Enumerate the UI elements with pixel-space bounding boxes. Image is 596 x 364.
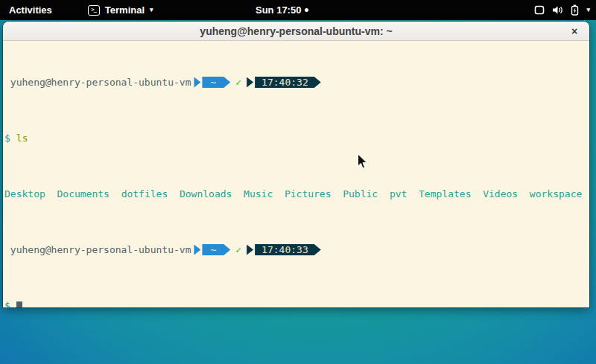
- close-button[interactable]: ×: [568, 25, 581, 38]
- time-segment: 17:40:32: [255, 77, 321, 88]
- prompt-symbol: $: [4, 132, 10, 144]
- top-bar: Activities >_ Terminal ▾ Sun 17:50: [0, 0, 596, 20]
- screen-icon: [534, 5, 545, 15]
- directory-name: Downloads: [180, 188, 232, 199]
- chevron-down-icon: ▾: [586, 7, 590, 13]
- directory-name: Pictures: [285, 188, 332, 199]
- powerline-arrow-icon: [194, 77, 200, 88]
- directory-name: Documents: [57, 188, 109, 199]
- app-menu-label: Terminal: [105, 4, 145, 16]
- directory-name: pvt: [390, 188, 407, 199]
- text-cursor: [16, 301, 22, 307]
- titlebar[interactable]: yuheng@henry-personal-ubuntu-vm: ~ ×: [3, 22, 589, 41]
- prompt-host: yuheng@henry-personal-ubuntu-vm: [4, 244, 191, 255]
- desktop: Activities >_ Terminal ▾ Sun 17:50: [0, 0, 596, 364]
- directory-name: Public: [343, 188, 378, 199]
- system-menu-button[interactable]: ▾: [534, 0, 590, 20]
- directory-name: Music: [244, 188, 273, 199]
- status-check-icon: ✓: [235, 244, 241, 255]
- status-check-icon: ✓: [235, 77, 241, 88]
- prompt-line: yuheng@henry-personal-ubuntu-vm~✓17:40:3…: [4, 77, 588, 88]
- chevron-down-icon: ▾: [150, 7, 153, 13]
- mouse-pointer-icon: [357, 153, 368, 170]
- directory-name: Desktop: [4, 188, 45, 199]
- window-title: yuheng@henry-personal-ubuntu-vm: ~: [200, 25, 392, 37]
- directory-name: Videos: [483, 188, 518, 199]
- cwd-segment: ~: [202, 244, 230, 255]
- prompt-symbol: $: [4, 300, 10, 307]
- command-line: $ls: [4, 132, 588, 144]
- command-text: ls: [16, 132, 28, 144]
- input-line[interactable]: $: [4, 300, 588, 307]
- powerline-arrow-icon: [247, 77, 253, 88]
- directory-name: Templates: [419, 188, 471, 199]
- notification-dot-icon: [305, 8, 308, 12]
- terminal-window: yuheng@henry-personal-ubuntu-vm: ~ × yuh…: [3, 22, 589, 307]
- cwd-segment: ~: [202, 77, 230, 88]
- prompt-line: yuheng@henry-personal-ubuntu-vm~✓17:40:3…: [4, 244, 588, 255]
- volume-icon: [552, 5, 563, 15]
- clock-button[interactable]: Sun 17:50: [256, 0, 308, 20]
- time-segment: 17:40:33: [255, 244, 321, 255]
- activities-button[interactable]: Activities: [1, 0, 60, 20]
- terminal-content[interactable]: yuheng@henry-personal-ubuntu-vm~✓17:40:3…: [3, 41, 589, 307]
- prompt-host: yuheng@henry-personal-ubuntu-vm: [4, 77, 191, 88]
- app-menu-button[interactable]: >_ Terminal ▾: [80, 0, 161, 20]
- battery-charging-icon: [571, 4, 579, 16]
- terminal-icon: >_: [88, 5, 100, 16]
- ls-output-line: DesktopDocumentsdotfilesDownloadsMusicPi…: [4, 188, 588, 199]
- directory-name: workspace: [530, 188, 582, 199]
- powerline-arrow-icon: [194, 245, 200, 255]
- powerline-arrow-icon: [247, 245, 253, 255]
- clock-label: Sun 17:50: [256, 4, 301, 16]
- directory-name: dotfiles: [121, 188, 168, 199]
